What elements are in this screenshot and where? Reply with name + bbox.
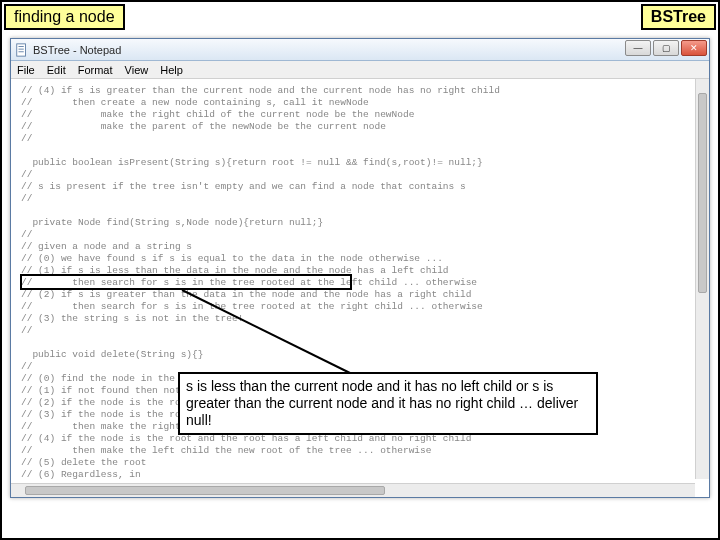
highlight-box [20, 274, 352, 290]
close-button[interactable]: ✕ [681, 40, 707, 56]
minimize-button[interactable]: — [625, 40, 651, 56]
menu-help[interactable]: Help [160, 64, 183, 76]
window-title: BSTree - Notepad [33, 44, 121, 56]
svg-rect-0 [17, 43, 26, 55]
window-titlebar: BSTree - Notepad — ▢ ✕ [11, 39, 709, 61]
menu-format[interactable]: Format [78, 64, 113, 76]
vertical-scroll-thumb[interactable] [698, 93, 707, 293]
menu-edit[interactable]: Edit [47, 64, 66, 76]
slide-title-right: BSTree [641, 4, 716, 30]
callout-annotation: s is less than the current node and it h… [178, 372, 598, 435]
menu-view[interactable]: View [125, 64, 149, 76]
horizontal-scrollbar[interactable] [11, 483, 695, 497]
menubar: File Edit Format View Help [11, 61, 709, 79]
slide-title-left: finding a node [4, 4, 125, 30]
vertical-scrollbar[interactable] [695, 79, 709, 479]
menu-file[interactable]: File [17, 64, 35, 76]
horizontal-scroll-thumb[interactable] [25, 486, 385, 495]
notepad-icon [15, 43, 29, 57]
maximize-button[interactable]: ▢ [653, 40, 679, 56]
